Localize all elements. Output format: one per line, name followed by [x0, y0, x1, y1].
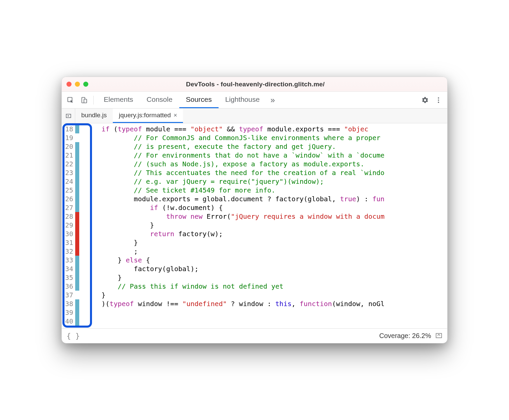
drawer-toggle-icon[interactable]: [435, 331, 443, 340]
statusbar: { } Coverage: 26.2%: [62, 328, 447, 343]
file-tab-bundle[interactable]: bundle.js: [75, 109, 113, 123]
pretty-print-icon[interactable]: { }: [66, 332, 80, 340]
code-area[interactable]: if (typeof module === "object" && typeof…: [79, 123, 447, 328]
coverage-text: Coverage: 26.2%: [379, 332, 431, 340]
close-icon[interactable]: ×: [174, 112, 177, 119]
separator: [93, 96, 94, 104]
tab-sources[interactable]: Sources: [179, 92, 219, 108]
gutter: 1819202122232425262728293031323334353637…: [62, 123, 79, 328]
navigator-toggle-icon[interactable]: [62, 109, 75, 123]
device-toggle-icon[interactable]: [78, 94, 90, 106]
panel-tabs: Elements Console Sources Lighthouse »: [97, 92, 279, 108]
tab-console[interactable]: Console: [140, 92, 179, 108]
line-numbers: 1819202122232425262728293031323334353637…: [62, 125, 75, 328]
tab-lighthouse[interactable]: Lighthouse: [219, 92, 267, 108]
maximize-icon[interactable]: [83, 82, 88, 87]
close-icon[interactable]: [66, 82, 72, 87]
panel-toolbar: Elements Console Sources Lighthouse »: [62, 92, 447, 109]
devtools-window: DevTools - foul-heavenly-direction.glitc…: [61, 77, 448, 343]
file-tab-jquery[interactable]: jquery.js:formatted ×: [113, 109, 183, 123]
gear-icon[interactable]: [419, 94, 431, 106]
svg-point-4: [438, 99, 439, 101]
svg-point-5: [438, 101, 439, 103]
file-tab-label: bundle.js: [81, 112, 107, 119]
inspect-icon[interactable]: [64, 94, 77, 106]
svg-point-3: [438, 97, 439, 98]
svg-rect-2: [84, 99, 87, 103]
window-title: DevTools - foul-heavenly-direction.glitc…: [88, 81, 422, 88]
source-editor[interactable]: 1819202122232425262728293031323334353637…: [62, 123, 447, 328]
traffic-lights: [66, 82, 88, 87]
kebab-icon[interactable]: [432, 94, 445, 106]
titlebar: DevTools - foul-heavenly-direction.glitc…: [62, 77, 447, 92]
file-tabs: bundle.js jquery.js:formatted ×: [62, 109, 447, 123]
coverage-column: [75, 125, 79, 328]
more-tabs-icon[interactable]: »: [266, 95, 279, 105]
tab-elements[interactable]: Elements: [97, 92, 140, 108]
minimize-icon[interactable]: [75, 82, 80, 87]
file-tab-label: jquery.js:formatted: [119, 112, 171, 119]
